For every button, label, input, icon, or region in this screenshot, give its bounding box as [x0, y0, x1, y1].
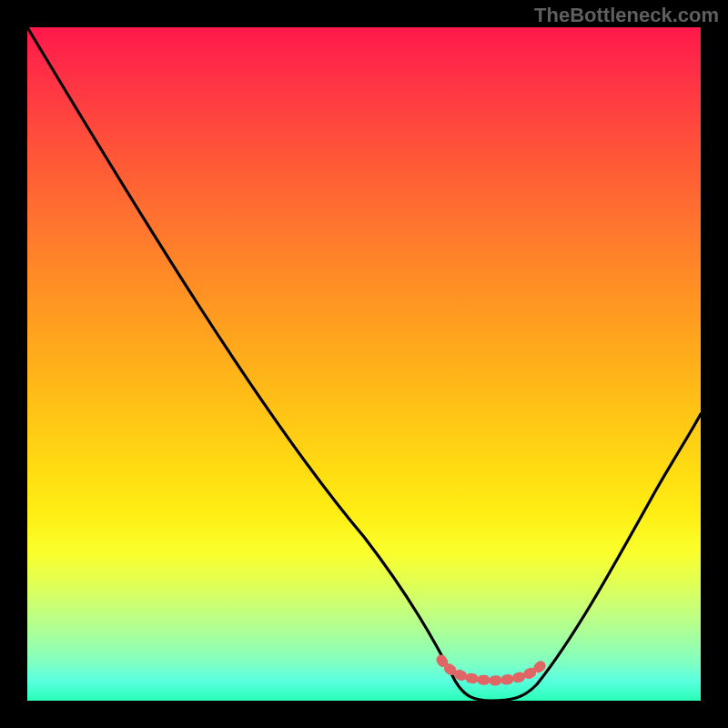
watermark-text: TheBottleneck.com: [534, 4, 719, 27]
optimal-band-marker: [441, 660, 546, 681]
plot-area: [27, 27, 701, 701]
curve-svg: [27, 27, 701, 701]
chart-container: TheBottleneck.com: [0, 0, 728, 728]
bottleneck-curve-line: [27, 27, 701, 701]
